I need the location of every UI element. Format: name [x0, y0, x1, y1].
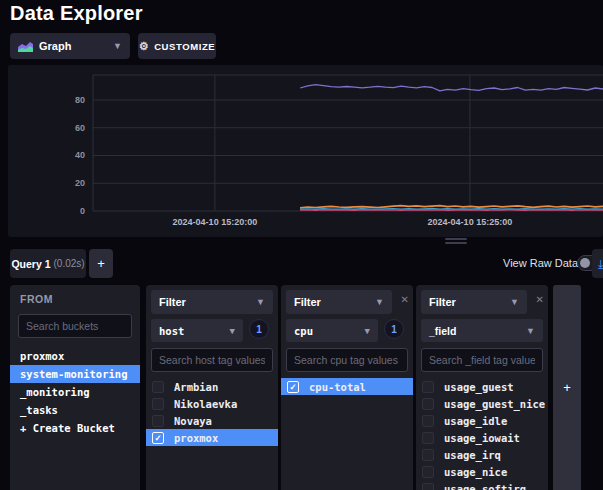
svg-text:20: 20	[75, 178, 85, 188]
download-icon: ⤓	[598, 257, 603, 271]
host-tag-search-input[interactable]	[151, 348, 273, 372]
svg-text:80: 80	[75, 95, 85, 105]
visualization-type-dropdown[interactable]: Graph ▼	[10, 33, 130, 59]
tag-key-dropdown[interactable]: _field ▼	[421, 319, 543, 342]
field-tag-list: usage_guestusage_guest_niceusage_idleusa…	[416, 378, 548, 490]
add-query-button[interactable]: +	[89, 249, 113, 278]
bucket-item[interactable]: _tasks	[10, 401, 140, 419]
checkbox-unchecked[interactable]	[422, 381, 434, 393]
filter-type-dropdown[interactable]: Filter ▼	[421, 290, 527, 314]
chevron-down-icon: ▼	[365, 326, 370, 336]
chevron-down-icon: ▼	[256, 297, 265, 307]
bucket-item[interactable]: _monitoring	[10, 383, 140, 401]
tag-value-row[interactable]: ✓proxmox	[146, 429, 278, 446]
tag-value-row[interactable]: usage_irq	[416, 446, 548, 463]
query-duration: (0.02s)	[53, 258, 84, 269]
tag-value-row[interactable]: usage_nice	[416, 463, 548, 480]
tag-value-row[interactable]: usage_iowait	[416, 429, 548, 446]
tag-value-row[interactable]: usage_guest	[416, 378, 548, 395]
tag-value-label: proxmox	[174, 432, 218, 444]
chevron-down-icon: ▼	[113, 41, 122, 51]
time-series-chart[interactable]: 0204060802024-04-10 15:20:002024-04-10 1…	[8, 65, 603, 237]
customize-label: CUSTOMIZE	[154, 41, 215, 52]
checkbox-unchecked[interactable]	[422, 483, 434, 490]
checkbox-unchecked[interactable]	[422, 398, 434, 410]
filter-card-field: Filter ▼ ✕ _field ▼ usage_guestusage_gue…	[416, 285, 548, 490]
query-tab[interactable]: Query 1 (0.02s)	[10, 249, 86, 278]
checkbox-unchecked[interactable]	[422, 466, 434, 478]
tag-value-label: Novaya	[174, 415, 212, 427]
tag-key-label: host	[159, 325, 184, 337]
checkbox-unchecked[interactable]	[422, 432, 434, 444]
from-bucket-card: FROM proxmoxsystem-monitoring_monitoring…	[10, 285, 140, 490]
tag-key-label: _field	[429, 325, 456, 337]
tag-value-row[interactable]: Armbian	[146, 378, 278, 395]
checkbox-unchecked[interactable]	[152, 398, 164, 410]
svg-text:2024-04-10 15:25:00: 2024-04-10 15:25:00	[428, 217, 513, 227]
tag-value-label: Armbian	[174, 381, 218, 393]
svg-text:40: 40	[75, 150, 85, 160]
checkbox-checked[interactable]: ✓	[152, 432, 164, 444]
close-filter-icon[interactable]: ✕	[536, 294, 544, 305]
checkbox-checked[interactable]: ✓	[287, 381, 299, 393]
checkbox-unchecked[interactable]	[422, 449, 434, 461]
from-card-title: FROM	[10, 285, 140, 305]
cpu-tag-list: ✓cpu-total	[281, 378, 413, 395]
checkbox-unchecked[interactable]	[152, 415, 164, 427]
tag-value-row[interactable]: ✓cpu-total	[281, 378, 413, 395]
customize-button[interactable]: ⚙ CUSTOMIZE	[138, 33, 216, 59]
visualization-type-label: Graph	[39, 40, 71, 52]
bucket-list: proxmoxsystem-monitoring_monitoring_task…	[10, 347, 140, 437]
checkbox-unchecked[interactable]	[422, 415, 434, 427]
filter-type-dropdown[interactable]: Filter ▼	[151, 290, 273, 314]
bucket-item[interactable]: + Create Bucket	[10, 419, 140, 437]
selected-count-badge: 1	[384, 319, 404, 339]
svg-text:2024-04-10 15:20:00: 2024-04-10 15:20:00	[173, 217, 258, 227]
bucket-search-input[interactable]	[18, 314, 132, 338]
view-raw-data-label: View Raw Data	[503, 257, 578, 269]
checkbox-unchecked[interactable]	[152, 381, 164, 393]
tag-value-label: usage_nice	[444, 466, 507, 478]
filter-type-dropdown[interactable]: Filter ▼	[286, 290, 392, 314]
add-filter-card-button[interactable]: +	[553, 285, 581, 490]
svg-text:60: 60	[75, 123, 85, 133]
tag-value-label: usage_softirq	[444, 483, 526, 490]
gear-icon: ⚙	[139, 40, 149, 53]
filter-type-label: Filter	[294, 296, 321, 308]
filter-card-host: Filter ▼ host ▼ 1 ArmbianNikolaevkaNovay…	[146, 285, 278, 490]
tag-value-row[interactable]: usage_idle	[416, 412, 548, 429]
tag-key-dropdown[interactable]: host ▼	[151, 319, 243, 342]
tag-value-label: usage_guest_nice	[444, 398, 545, 410]
area-chart-icon	[18, 41, 33, 52]
page-title: Data Explorer	[10, 2, 143, 25]
toggle-knob	[580, 258, 590, 268]
chevron-down-icon: ▼	[510, 297, 519, 307]
close-filter-icon[interactable]: ✕	[401, 294, 409, 305]
cpu-tag-search-input[interactable]	[286, 348, 408, 372]
tag-value-label: Nikolaevka	[174, 398, 237, 410]
chevron-down-icon: ▼	[230, 326, 235, 336]
tag-key-label: cpu	[294, 325, 313, 337]
tag-value-label: usage_idle	[444, 415, 507, 427]
filter-type-label: Filter	[429, 296, 456, 308]
bucket-item[interactable]: proxmox	[10, 347, 140, 365]
host-tag-list: ArmbianNikolaevkaNovaya✓proxmox	[146, 378, 278, 446]
tag-key-dropdown[interactable]: cpu ▼	[286, 319, 378, 342]
tag-value-label: usage_iowait	[444, 432, 520, 444]
resize-drag-handle[interactable]	[445, 238, 467, 246]
chevron-down-icon: ▼	[375, 297, 384, 307]
selected-count-badge: 1	[249, 319, 269, 339]
download-csv-button[interactable]: ⤓	[592, 249, 603, 278]
svg-text:0: 0	[80, 206, 85, 216]
tag-value-label: cpu-total	[309, 381, 366, 393]
tag-value-row[interactable]: Nikolaevka	[146, 395, 278, 412]
tag-value-label: usage_irq	[444, 449, 501, 461]
tag-value-row[interactable]: usage_softirq	[416, 480, 548, 490]
field-tag-search-input[interactable]	[421, 348, 543, 372]
filter-type-label: Filter	[159, 296, 186, 308]
query-tab-name: Query 1	[11, 258, 50, 270]
tag-value-row[interactable]: usage_guest_nice	[416, 395, 548, 412]
tag-value-label: usage_guest	[444, 381, 514, 393]
bucket-item[interactable]: system-monitoring	[10, 365, 140, 383]
tag-value-row[interactable]: Novaya	[146, 412, 278, 429]
